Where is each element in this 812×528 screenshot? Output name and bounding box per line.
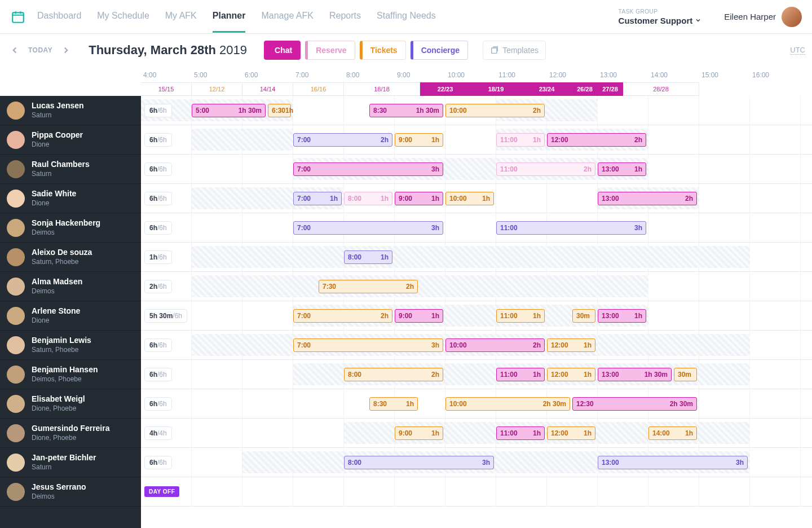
shift-block-chat[interactable]: 12:002h <box>547 133 646 147</box>
shift-block-chat[interactable]: 9:001h <box>395 192 443 205</box>
today-button[interactable]: TODAY <box>26 46 55 54</box>
shift-block-chat[interactable]: 10:002h <box>445 338 545 352</box>
shift-block-tickets[interactable]: 7:302h <box>319 280 418 293</box>
shift-block-concierge[interactable]: 8:003h <box>344 456 494 469</box>
nav-tab-staffing-needs[interactable]: Staffing Needs <box>377 1 436 33</box>
shift-block-concierge[interactable]: 7:002h <box>293 133 392 147</box>
templates-button[interactable]: Templates <box>483 41 546 60</box>
capacity-cell: 18/19 <box>471 82 522 96</box>
shift-block-tickets[interactable]: 11:001h <box>496 309 545 323</box>
person-row[interactable]: Arlene Stone Dione <box>0 301 141 331</box>
nav-tab-dashboard[interactable]: Dashboard <box>37 1 81 33</box>
shift-block-concierge[interactable]: 13:003h <box>598 456 748 469</box>
shift-block-chat[interactable]: 13:002h <box>598 192 697 205</box>
person-row[interactable]: Sonja Hackenberg Deimos <box>0 213 141 243</box>
person-name: Sonja Hackenberg <box>32 218 100 228</box>
capacity-cell: 16/16 <box>293 82 344 96</box>
task-group-selector[interactable]: TASK GROUP Customer Support <box>619 8 702 25</box>
shift-block-tickets[interactable]: 9:001h <box>395 133 443 147</box>
user-menu[interactable]: Eileen Harper <box>724 7 802 27</box>
person-team: Dione <box>32 199 76 208</box>
shift-block-chat[interactable]: 13:001h 30m <box>598 368 672 381</box>
person-row[interactable]: Pippa Cooper Dione <box>0 125 141 155</box>
person-avatar <box>7 219 25 237</box>
filter-tickets[interactable]: Tickets <box>360 41 406 60</box>
person-name: Benjamin Lewis <box>32 336 91 346</box>
person-row[interactable]: Elisabet Weigl Dione, Phoebe <box>0 389 141 419</box>
shift-block-chat[interactable]: 7:003h <box>293 162 443 176</box>
shift-block-chat[interactable]: 11:001h <box>496 368 545 381</box>
person-row[interactable]: Alma Madsen Deimos <box>0 272 141 301</box>
schedule-row: 6h/6h8:002h11:001h12:001h13:001h 30m30m <box>141 360 812 389</box>
shift-block-tickets[interactable]: 8:002h <box>344 368 443 381</box>
next-day-button[interactable] <box>58 42 74 58</box>
nav-tabs: DashboardMy ScheduleMy AFKPlannerManage … <box>37 1 436 33</box>
capacity-cell: 27/28 <box>598 82 623 96</box>
person-avatar <box>7 366 25 384</box>
shift-block-tickets[interactable]: 6:301h <box>268 104 291 117</box>
filter-chat[interactable]: Chat <box>264 41 301 60</box>
person-row[interactable]: Sadie White Dione <box>0 184 141 213</box>
shift-block-concierge[interactable]: 11:003h <box>496 221 646 235</box>
task-group-label: TASK GROUP <box>619 8 702 15</box>
shift-block-tickets[interactable]: 10:002h 30m <box>445 397 570 411</box>
shift-block-tickets[interactable]: 8:301h <box>369 397 418 411</box>
shift-block-chat[interactable]: 13:001h <box>598 162 646 176</box>
nav-tab-my-afk[interactable]: My AFK <box>165 1 197 33</box>
schedule-grid[interactable]: 4:005:006:007:008:009:0010:0011:0012:001… <box>141 67 812 528</box>
top-nav: DashboardMy ScheduleMy AFKPlannerManage … <box>0 0 812 34</box>
nav-tab-reports[interactable]: Reports <box>329 1 361 33</box>
shift-block-reserve[interactable]: 11:002h <box>496 162 595 176</box>
hours-badge: 4h/4h <box>144 426 172 440</box>
prev-day-button[interactable] <box>7 42 23 58</box>
nav-tab-my-schedule[interactable]: My Schedule <box>97 1 149 33</box>
person-row[interactable]: Jan-peter Bichler Saturn <box>0 448 141 477</box>
shift-block-chat[interactable]: 13:001h <box>598 309 646 323</box>
shift-block-chat[interactable]: 12:302h 30m <box>572 397 697 411</box>
shift-block-chat[interactable]: 8:301h 30m <box>369 104 443 117</box>
shift-block-reserve[interactable]: 8:001h <box>344 192 392 205</box>
hours-badge: 6h/6h <box>144 162 172 176</box>
person-row[interactable]: Lucas Jensen Saturn <box>0 96 141 125</box>
filter-reserve[interactable]: Reserve <box>305 41 355 60</box>
shift-block-tickets[interactable]: 9:001h <box>395 426 443 440</box>
person-row[interactable]: Benjamin Hansen Deimos, Phoebe <box>0 360 141 389</box>
shift-block-tickets[interactable]: 10:001h <box>445 192 494 205</box>
person-avatar <box>7 278 25 296</box>
shift-block-chat[interactable]: 11:001h <box>496 426 545 440</box>
hours-badge: 6h/6h <box>144 456 172 469</box>
person-avatar <box>7 160 25 178</box>
shift-block-concierge[interactable]: 7:003h <box>293 221 443 235</box>
availability-range <box>192 246 750 268</box>
shift-block-concierge[interactable]: 7:001h <box>293 192 342 205</box>
hour-label: 5:00 <box>192 67 242 82</box>
nav-tab-manage-afk[interactable]: Manage AFK <box>261 1 314 33</box>
timezone-selector[interactable]: UTC <box>790 46 805 55</box>
person-avatar <box>7 336 25 354</box>
shift-block-chat[interactable]: 5:001h 30m <box>192 104 266 117</box>
shift-block-tickets[interactable]: 7:003h <box>293 338 443 352</box>
person-row[interactable]: Aleixo De souza Saturn, Phoebe <box>0 243 141 272</box>
shift-block-reserve[interactable]: 11:001h <box>496 133 545 147</box>
shift-block-tickets[interactable]: 12:001h <box>547 426 595 440</box>
day-off-badge: DAY OFF <box>144 486 179 497</box>
person-avatar <box>7 483 25 501</box>
person-avatar <box>7 424 25 442</box>
person-row[interactable]: Gumersindo Ferreira Dione, Phoebe <box>0 419 141 448</box>
person-row[interactable]: Raul Chambers Saturn <box>0 155 141 184</box>
person-team: Deimos <box>32 492 86 501</box>
nav-tab-planner[interactable]: Planner <box>213 1 246 33</box>
hours-badge: 6h/6h <box>144 338 172 352</box>
shift-block-tickets[interactable]: 12:001h <box>547 338 595 352</box>
shift-block-tickets[interactable]: 30m <box>572 309 595 323</box>
shift-block-chat[interactable]: 9:001h <box>395 309 443 323</box>
person-row[interactable]: Benjamin Lewis Saturn, Phoebe <box>0 331 141 360</box>
shift-block-tickets[interactable]: 30m <box>674 368 697 381</box>
shift-block-tickets[interactable]: 7:002h <box>293 309 392 323</box>
shift-block-tickets[interactable]: 10:002h <box>445 104 545 117</box>
person-row[interactable]: Jesus Serrano Deimos <box>0 477 141 507</box>
filter-concierge[interactable]: Concierge <box>411 41 468 60</box>
shift-block-concierge[interactable]: 8:001h <box>344 250 392 264</box>
shift-block-tickets[interactable]: 14:001h <box>648 426 697 440</box>
shift-block-tickets[interactable]: 12:001h <box>547 368 595 381</box>
